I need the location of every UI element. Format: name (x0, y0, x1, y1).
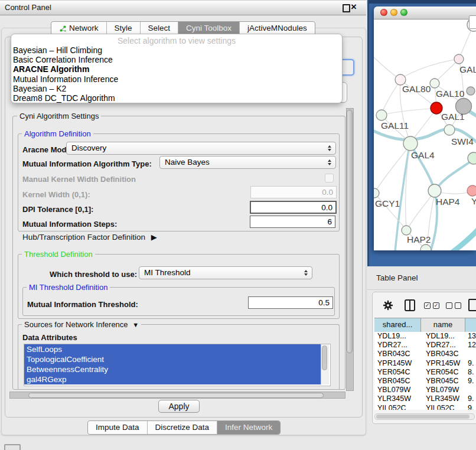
network-node-gal10[interactable] (430, 79, 439, 88)
mi-type-combo[interactable]: Naive Bayes (159, 156, 336, 169)
mac-minimize-button[interactable] (390, 9, 397, 16)
table-row[interactable]: YLR345W YLR345W 9. (374, 394, 476, 403)
mac-zoom-button[interactable] (400, 9, 407, 16)
list-scrollbar-thumb[interactable] (322, 345, 327, 370)
network-edge[interactable] (400, 59, 459, 79)
table-row[interactable]: YBL079W YBL079W (374, 386, 476, 394)
network-edge[interactable] (382, 80, 400, 114)
network-edge[interactable] (437, 192, 471, 194)
list-item-selected[interactable]: TopologicalCoefficient (24, 354, 322, 364)
tab-jactivemnodules[interactable]: jActiveMNodules (239, 22, 315, 35)
network-edge[interactable] (407, 191, 435, 229)
table-row[interactable]: YBR043C YBR043C (374, 350, 476, 358)
tab-discretize-data[interactable]: Discretize Data (147, 421, 217, 434)
list-item-selected[interactable]: SelfLoops (24, 344, 322, 354)
kernel-width-label: Kernel Width (0,1): (22, 190, 90, 199)
network-node-y-partial[interactable] (467, 185, 476, 196)
network-edge[interactable] (382, 108, 436, 115)
settings-horizontal-scrollbar-thumb[interactable] (28, 393, 324, 398)
dpi-tolerance-input[interactable]: 0.0 (250, 201, 337, 214)
cell: YLR345W (374, 394, 421, 403)
unchecked-checkbox-icon[interactable] (446, 302, 452, 309)
tab-style[interactable]: Style (106, 22, 140, 35)
network-node-swi4[interactable] (444, 125, 455, 135)
tab-select[interactable]: Select (140, 22, 178, 35)
screenshot-root: Control Panel × Network Style Select Cyn… (0, 0, 476, 450)
network-canvas[interactable]: GAL GAL80 GAL10 GAL1 GAL11 SWI4 GAL4 GCY… (374, 19, 476, 250)
network-node-gcy1[interactable] (374, 188, 379, 198)
list-item-selected[interactable]: BetweennessCentrality (24, 364, 322, 374)
dropdown-option[interactable]: Dream8 DC_TDC Algorithm (11, 93, 342, 103)
network-node-gal4[interactable] (403, 136, 418, 151)
cell: YIL052C (421, 404, 465, 410)
tab-cyni-toolbox[interactable]: Cyni Toolbox (178, 22, 239, 35)
network-node[interactable] (420, 244, 431, 250)
table-horizontal-scrollbar-thumb[interactable] (376, 415, 470, 419)
mi-steps-input[interactable]: 6 (250, 216, 335, 228)
node-label-swi4: SWI4 (451, 136, 474, 146)
dropdown-option[interactable]: Basic Correlation Inference (11, 55, 342, 64)
manual-kernel-checkbox[interactable] (325, 174, 334, 182)
hub-section-toggle[interactable]: Hub/Transcription Factor Definition ▶ (22, 233, 157, 242)
table-row[interactable]: YIL052C YIL052C 9. (374, 404, 476, 410)
aracne-mode-combo[interactable]: Discovery (66, 142, 336, 155)
network-node-hap2[interactable] (402, 226, 411, 235)
chevron-down-icon: ▼ (132, 321, 139, 328)
algorithm-definition-title: Algorithm Definition (22, 129, 93, 138)
apply-button[interactable]: Apply (158, 400, 200, 413)
unchecked-checkbox-icon[interactable] (455, 302, 461, 309)
network-node-gal1-selected[interactable] (431, 102, 442, 114)
column-header-shared-name[interactable]: shared... (374, 318, 421, 332)
view-corner-widget[interactable] (469, 15, 476, 29)
column-header-partial[interactable] (465, 318, 476, 332)
column-header-name[interactable]: name (421, 318, 465, 332)
network-window-titlebar[interactable] (374, 6, 476, 19)
which-threshold-combo[interactable]: MI Threshold (139, 266, 312, 279)
data-attributes-list: SelfLoops TopologicalCoefficient Between… (24, 344, 331, 386)
dropdown-option-highlighted[interactable]: ARACNE Algorithm (11, 64, 342, 74)
document-icon[interactable] (468, 299, 476, 311)
data-attributes-label: Data Attributes (22, 333, 77, 342)
kernel-width-input[interactable]: 0.0 (250, 186, 337, 198)
network-edge[interactable] (374, 55, 400, 79)
checked-checkbox-icon[interactable]: ✓ (424, 302, 431, 309)
table-row[interactable]: YDR27... YDR27... 12 (374, 341, 476, 350)
dropdown-option[interactable]: Bayesian – K2 (11, 84, 342, 93)
settings-vertical-scrollbar-thumb[interactable] (347, 110, 353, 353)
network-node-gal11[interactable] (376, 110, 387, 120)
sources-toggle[interactable]: Sources for Network Inference ▼ (22, 320, 141, 329)
table-row[interactable]: YPR145W YPR145W 9. (374, 359, 476, 368)
checked-checkbox-icon[interactable]: ✓ (433, 302, 439, 309)
tab-select-label: Select (148, 22, 171, 35)
table-row[interactable]: YDL19... YDL19... 13 (374, 332, 476, 341)
table-row[interactable]: YER054C YER054C 8. (374, 368, 476, 377)
network-node-gal-partial[interactable] (454, 54, 464, 64)
dropdown-option[interactable]: Mutual Information Inference (11, 74, 342, 84)
close-panel-icon[interactable]: × (351, 0, 357, 14)
dropdown-option[interactable]: Bayesian – Hill Climbing (11, 45, 342, 55)
mi-steps-label: Mutual Information Steps: (22, 220, 117, 229)
list-item-selected[interactable]: gal4RGexp (24, 374, 322, 384)
network-node-hap4[interactable] (428, 184, 441, 197)
network-edge[interactable] (449, 227, 476, 250)
mi-threshold-input[interactable]: 0.5 (248, 296, 333, 309)
network-edge[interactable] (435, 159, 474, 190)
network-icon (59, 25, 67, 32)
gear-icon[interactable] (383, 300, 393, 313)
tab-impute-data[interactable]: Impute Data (88, 421, 147, 434)
mi-type-label: Mutual Information Algorithm Type: (22, 159, 152, 168)
dock-panel-icon[interactable] (4, 444, 21, 450)
mac-close-button[interactable] (380, 9, 387, 16)
network-edge[interactable] (459, 27, 473, 59)
cell: YBR043C (374, 350, 421, 358)
float-window-icon[interactable] (343, 4, 350, 12)
network-node[interactable] (467, 87, 475, 95)
tab-cyni-toolbox-label: Cyni Toolbox (186, 22, 232, 35)
tab-network[interactable]: Network (51, 22, 106, 35)
tab-infer-network[interactable]: Infer Network (217, 421, 280, 434)
table-row[interactable]: YBR045C YBR045C 9. (374, 377, 476, 386)
split-columns-icon[interactable] (405, 299, 415, 311)
cell: YER054C (374, 368, 421, 377)
network-window: GAL GAL80 GAL10 GAL1 GAL11 SWI4 GAL4 GCY… (374, 6, 476, 250)
network-node[interactable] (468, 152, 476, 164)
